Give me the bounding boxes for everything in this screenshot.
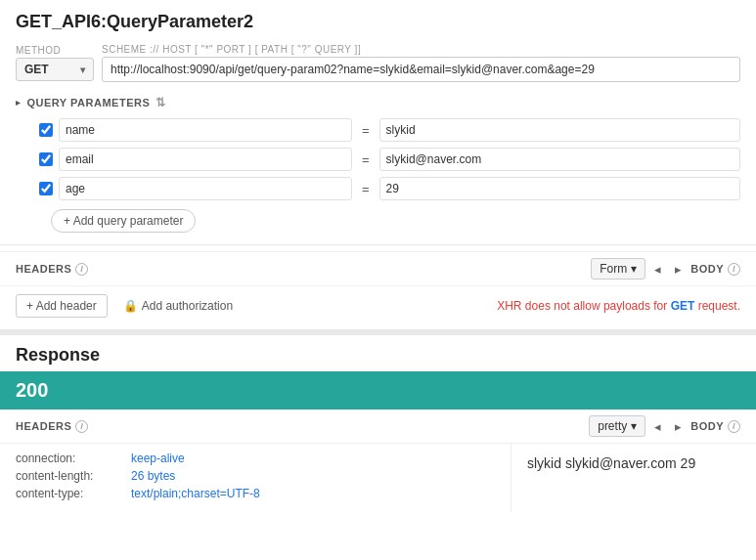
- param-row-email: =: [0, 145, 756, 174]
- resp-header-val-content-type: text/plain;charset=UTF-8: [131, 487, 260, 500]
- param-key-age[interactable]: [59, 177, 352, 200]
- resp-header-row-content-type: content-type: text/plain;charset=UTF-8: [16, 487, 495, 500]
- equals-age: =: [358, 182, 374, 196]
- resp-headers-label: HEADERS i: [16, 420, 88, 433]
- xhr-suffix-text: request.: [698, 299, 740, 313]
- form-button-label: Form: [600, 262, 627, 276]
- resp-headers-label-text: HEADERS: [16, 420, 71, 432]
- resp-header-key-content-length: content-length:: [16, 469, 123, 483]
- add-auth-button[interactable]: 🔒 Add authorization: [123, 299, 233, 313]
- resp-header-val-connection: keep-alive: [131, 452, 185, 465]
- nav-left-button[interactable]: ◂: [649, 260, 666, 279]
- add-auth-label: Add authorization: [142, 299, 233, 313]
- collapse-triangle-icon: ▸: [16, 98, 22, 108]
- resp-body-label: BODY i: [690, 420, 740, 433]
- param-val-name[interactable]: [379, 118, 740, 142]
- method-value: GET: [24, 63, 49, 76]
- body-info-icon: i: [728, 263, 740, 276]
- equals-email: =: [358, 152, 374, 167]
- response-title: Response: [0, 335, 756, 371]
- form-button[interactable]: Form ▾: [591, 258, 645, 280]
- method-select[interactable]: GET ▾: [16, 58, 94, 81]
- response-headers-list: connection: keep-alive content-length: 2…: [0, 444, 511, 512]
- method-dropdown-arrow: ▾: [80, 65, 85, 75]
- headers-row: HEADERS i Form ▾ ◂ ▸ BODY i: [0, 251, 756, 286]
- param-checkbox-age[interactable]: [39, 182, 53, 195]
- resp-body-info-icon: i: [728, 420, 740, 433]
- headers-body-right: Form ▾ ◂ ▸ BODY i: [591, 258, 740, 280]
- pretty-button-label: pretty: [598, 419, 627, 433]
- param-rows-container: = = =: [0, 115, 756, 203]
- param-checkbox-name[interactable]: [39, 123, 53, 137]
- param-row-age: =: [0, 174, 756, 203]
- xhr-msg-text: XHR does not allow payloads for: [497, 299, 667, 313]
- resp-header-key-connection: connection:: [16, 452, 123, 465]
- status-bar: 200: [0, 371, 756, 409]
- xhr-message: XHR does not allow payloads for GET requ…: [497, 299, 740, 313]
- equals-name: =: [358, 123, 374, 138]
- lock-icon: 🔒: [123, 299, 138, 313]
- param-key-email[interactable]: [59, 148, 352, 171]
- page-title: GET_API6:QueryParameter2: [0, 0, 756, 40]
- scheme-column: SCHEME :// HOST [ "*" PORT ] [ PATH [ "?…: [102, 44, 740, 82]
- pretty-chevron-icon: ▾: [631, 419, 637, 433]
- pretty-button[interactable]: pretty ▾: [589, 415, 645, 437]
- xhr-get-label: GET: [671, 299, 695, 313]
- method-column: METHOD GET ▾: [16, 45, 94, 81]
- response-body-text: slykid slykid@naver.com 29: [527, 455, 695, 471]
- resp-header-row-content-length: content-length: 26 bytes: [16, 469, 495, 483]
- body-label: BODY i: [690, 263, 740, 276]
- headers-label: HEADERS i: [16, 263, 88, 276]
- headers-label-text: HEADERS: [16, 263, 71, 275]
- query-params-label: QUERY PARAMETERS: [27, 97, 151, 108]
- method-label: METHOD: [16, 45, 94, 56]
- form-chevron-icon: ▾: [631, 262, 637, 276]
- action-row: + Add header 🔒 Add authorization XHR doe…: [0, 286, 756, 325]
- resp-nav-left-button[interactable]: ◂: [649, 417, 666, 436]
- nav-right-button[interactable]: ▸: [670, 260, 687, 279]
- response-content: connection: keep-alive content-length: 2…: [0, 444, 756, 512]
- param-checkbox-email[interactable]: [39, 152, 53, 166]
- resp-headers-body-right: pretty ▾ ◂ ▸ BODY i: [589, 415, 740, 437]
- scheme-label: SCHEME :// HOST [ "*" PORT ] [ PATH [ "?…: [102, 44, 740, 55]
- param-val-email[interactable]: [379, 148, 740, 171]
- url-row: METHOD GET ▾ SCHEME :// HOST [ "*" PORT …: [0, 40, 756, 90]
- add-header-button[interactable]: + Add header: [16, 294, 108, 318]
- resp-headers-info-icon: i: [75, 420, 88, 433]
- resp-header-val-content-length: 26 bytes: [131, 469, 175, 483]
- param-row-name: =: [0, 115, 756, 145]
- resp-body-label-text: BODY: [690, 420, 724, 432]
- query-params-header[interactable]: ▸ QUERY PARAMETERS ⇅: [0, 90, 756, 115]
- response-headers-row: HEADERS i pretty ▾ ◂ ▸ BODY i: [0, 409, 756, 444]
- resp-header-row-connection: connection: keep-alive: [16, 452, 495, 465]
- add-query-param-button[interactable]: + Add query parameter: [51, 209, 196, 233]
- param-val-age[interactable]: [379, 177, 740, 200]
- sort-icon: ⇅: [156, 96, 166, 109]
- resp-header-key-content-type: content-type:: [16, 487, 123, 500]
- headers-info-icon: i: [75, 263, 88, 276]
- param-key-name[interactable]: [59, 118, 352, 142]
- resp-nav-right-button[interactable]: ▸: [670, 417, 687, 436]
- response-body-panel: slykid slykid@naver.com 29: [511, 444, 756, 512]
- body-label-text: BODY: [690, 263, 724, 275]
- response-section: Response 200 HEADERS i pretty ▾ ◂ ▸ BODY…: [0, 329, 756, 512]
- url-input[interactable]: [102, 57, 740, 82]
- divider-1: [0, 244, 756, 245]
